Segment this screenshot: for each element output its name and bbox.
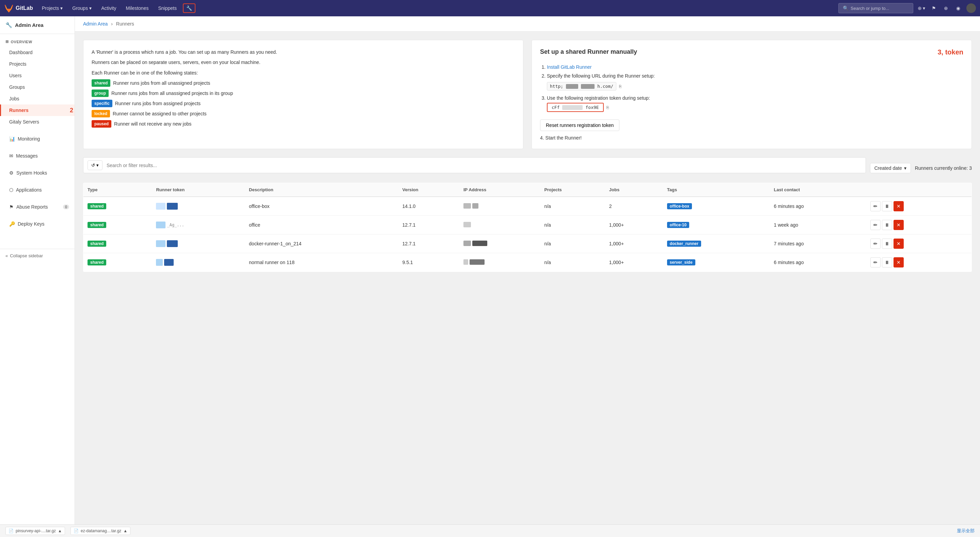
table-row: shared office-box 14.1.0 [83,197,972,216]
sidebar-item-messages[interactable]: ✉ Messages [0,150,75,162]
page-layout: 🔧 Admin Area ⊞ Overview Dashboard Projec… [0,16,980,537]
nav-issues-icon[interactable]: ⚑ [928,3,939,14]
nav-create-button[interactable]: ⊕ ▾ [916,3,927,14]
state-specific: specific Runner runs jobs from assigned … [92,100,515,107]
nav-projects[interactable]: Projects ▾ [38,3,67,13]
sidebar-item-applications[interactable]: ⬡ Applications [0,184,75,196]
nav-milestones[interactable]: Milestones [123,3,152,13]
setup-step-3: Use the following registration token dur… [547,95,963,112]
col-projects: Projects [540,183,605,197]
wrench-icon: 🔧 [5,22,12,28]
nav-groups[interactable]: Groups ▾ [69,3,95,13]
state-locked: locked Runner cannot be assigned to othe… [92,110,515,118]
sidebar-item-system-hooks[interactable]: ⚙ System Hooks [0,167,75,179]
setup-step-2: Specify the following URL during the Run… [547,73,963,92]
runner-ip-3 [459,235,540,253]
copy-url-button[interactable]: ⎘ [619,84,621,89]
runner-desc-1: office-box [245,197,398,216]
abuse-icon: ⚑ [9,204,14,210]
sidebar-item-gitaly-servers[interactable]: Gitaly Servers [0,116,75,128]
pause-runner-4-button[interactable]: ⏸ [882,257,892,267]
overview-section-header: ⊞ Overview [0,37,75,47]
runner-lastcontact-4: 6 minutes ago [770,253,866,272]
show-all-downloads-button[interactable]: 显示全部 [957,528,975,534]
nav-icons-group: ⊕ ▾ ⚑ ⊕ ◉ [916,3,964,14]
grid-icon: ⊞ [5,40,9,44]
sort-dropdown[interactable]: Created date ▾ [870,163,911,173]
download-file-1[interactable]: 📄 pinsurvey-api-....tar.gz ▲ [5,527,65,535]
top-navigation: GitLab Projects ▾ Groups ▾ Activity Mile… [0,0,980,16]
intro-para1: A 'Runner' is a process which runs a job… [92,48,515,56]
app-logo[interactable]: GitLab [4,3,33,13]
runner-version-4: 9.5.1 [398,253,459,272]
nav-activity[interactable]: Activity [98,3,119,13]
runner-type-2: shared [83,216,152,235]
delete-runner-2-button[interactable]: ✕ [894,220,904,230]
table-row: shared docker-runner-1_on_214 12.7.1 [83,235,972,253]
download-file-2[interactable]: 📄 ez-datamanag....tar.gz ▲ [70,527,130,535]
edit-runner-4-button[interactable]: ✏ [870,257,881,267]
table-header: Type Runner token Description Version IP… [83,183,972,197]
sidebar-item-users[interactable]: Users [0,70,75,81]
info-grid: A 'Runner' is a process which runs a job… [83,40,972,149]
setup-step-4: 4. Start the Runner! [540,135,963,141]
runner-desc-3: docker-runner-1_on_214 [245,235,398,253]
search-input[interactable] [107,163,862,168]
table-row: shared _Ag_... office 12.7.1 [83,216,972,235]
monitoring-icon: 📊 [9,136,15,141]
runner-token-2: _Ag_... [152,216,245,235]
runner-actions-2: ✏ ⏸ ✕ [866,216,972,235]
sidebar: 🔧 Admin Area ⊞ Overview Dashboard Projec… [0,16,75,537]
delete-runner-1-button[interactable]: ✕ [894,201,904,211]
pause-runner-2-button[interactable]: ⏸ [882,220,892,230]
reset-token-button[interactable]: Reset runners registration token [540,119,619,131]
sidebar-item-jobs[interactable]: Jobs [0,93,75,105]
copy-token-button[interactable]: ⎘ [606,105,609,110]
edit-runner-1-button[interactable]: ✏ [870,201,881,211]
collapse-sidebar-button[interactable]: « Collapse sidebar [0,249,75,262]
runner-type-4: shared [83,253,152,272]
search-bar: ↺ ▾ [83,157,866,173]
search-icon: 🔍 [843,5,849,11]
sidebar-item-groups[interactable]: Groups [0,81,75,93]
sidebar-item-runners[interactable]: Runners 2 [0,105,75,116]
edit-runner-3-button[interactable]: ✏ [870,238,881,249]
setup-box: Set up a shared Runner manually 3, token… [531,40,972,149]
admin-tool-icon[interactable]: 🔧 1 [183,3,196,13]
nav-snippets[interactable]: Snippets [154,3,180,13]
delete-runner-3-button[interactable]: ✕ [894,238,904,249]
filter-history-button[interactable]: ↺ ▾ [88,160,102,170]
col-type: Type [83,183,152,197]
chevron-up-icon: ▲ [58,529,62,533]
runners-online-count: Runners currently online: 3 [915,165,972,171]
col-description: Description [245,183,398,197]
nav-notifications-icon[interactable]: ◉ [953,3,964,14]
runner-token-3 [152,235,245,253]
sidebar-section-deploy-keys: 🔑 Deploy Keys [0,215,75,232]
install-runner-link[interactable]: Install GitLab Runner [547,64,592,70]
sidebar-header: 🔧 Admin Area [0,16,75,34]
breadcrumb-parent[interactable]: Admin Area [83,21,108,27]
setup-steps-list: Install GitLab Runner Specify the follow… [540,64,963,112]
sidebar-item-dashboard[interactable]: Dashboard [0,47,75,58]
runner-version-3: 12.7.1 [398,235,459,253]
sidebar-item-deploy-keys[interactable]: 🔑 Deploy Keys [0,218,75,230]
sidebar-item-abuse-reports[interactable]: ⚑ Abuse Reports 0 [0,201,75,213]
states-heading: Each Runner can be in one of the followi… [92,69,515,76]
state-group: group Runner runs jobs from all unassign… [92,89,515,97]
sidebar-item-monitoring[interactable]: 📊 Monitoring [0,133,75,145]
nav-mr-icon[interactable]: ⊕ [940,3,951,14]
key-icon: 🔑 [9,221,15,227]
runner-actions-3: ✏ ⏸ ✕ [866,235,972,253]
delete-runner-4-button[interactable]: ✕ [894,257,904,267]
global-search[interactable]: 🔍 Search or jump to... [838,3,913,13]
runner-ip-4 [459,253,540,272]
edit-runner-2-button[interactable]: ✏ [870,220,881,230]
pause-runner-3-button[interactable]: ⏸ [882,238,892,249]
user-avatar[interactable] [966,3,976,13]
pause-runner-1-button[interactable]: ⏸ [882,201,892,211]
sidebar-item-projects[interactable]: Projects [0,58,75,70]
table-header-row: Type Runner token Description Version IP… [83,183,972,197]
runner-token-1 [152,197,245,216]
runner-tags-1: office-box [663,197,770,216]
